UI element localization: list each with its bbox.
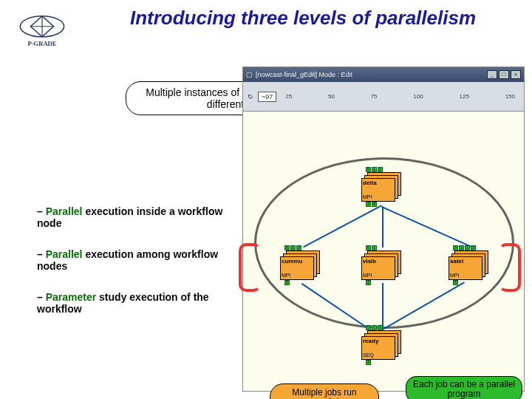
workflow-editor-window: ▢ [nowcast-final_gEdit] Mode : Edit _ □ … <box>242 66 525 392</box>
editor-toolbar: ↻ ~97 255075100125150 <box>243 82 524 112</box>
zoom-field[interactable]: ~97 <box>258 92 276 102</box>
node-cummu[interactable]: 012 cummuMPI 3 <box>280 250 320 280</box>
node-satel[interactable]: 0123 satelMPI 4 <box>449 250 488 280</box>
bullet-2: – Parallel execution among workflow node… <box>37 248 229 272</box>
window-maximize-button[interactable]: □ <box>499 70 509 79</box>
red-bracket-left <box>239 243 261 292</box>
pgrade-logo: P-GRADE <box>13 13 71 49</box>
logo-text: P-GRADE <box>27 40 56 47</box>
bullet-list: – Parallel execution inside a workflow n… <box>37 205 229 334</box>
window-title: [nowcast-final_gEdit] Mode : Edit <box>256 71 352 78</box>
refresh-icon[interactable]: ↻ <box>248 93 253 100</box>
red-bracket-right <box>499 243 521 292</box>
window-close-button[interactable]: × <box>511 70 521 79</box>
slide-title: Introducing three levels of parallelism <box>89 7 517 30</box>
node-visib[interactable]: 01 visibMPI 2 <box>361 250 401 280</box>
callout-multiple-jobs: Multiple jobs run parallel <box>270 383 379 399</box>
window-minimize-button[interactable]: _ <box>487 70 497 79</box>
window-doc-icon: ▢ <box>246 71 253 78</box>
node-ready[interactable]: 012 readySEQ 3 <box>361 330 401 360</box>
window-titlebar: ▢ [nowcast-final_gEdit] Mode : Edit _ □ … <box>243 67 524 82</box>
workflow-canvas[interactable]: 012 deltaMPI 34 012 cummuMPI 3 01 visibM… <box>243 112 524 391</box>
callout-each-job-parallel: Each job can be a parallel program <box>406 376 522 399</box>
node-delta[interactable]: 012 deltaMPI 34 <box>361 172 401 202</box>
bullet-1: – Parallel execution inside a workflow n… <box>37 205 229 229</box>
zoom-slider[interactable]: 255075100125150 <box>285 89 515 104</box>
bullet-3: – Parameter study execution of the workf… <box>37 291 229 315</box>
